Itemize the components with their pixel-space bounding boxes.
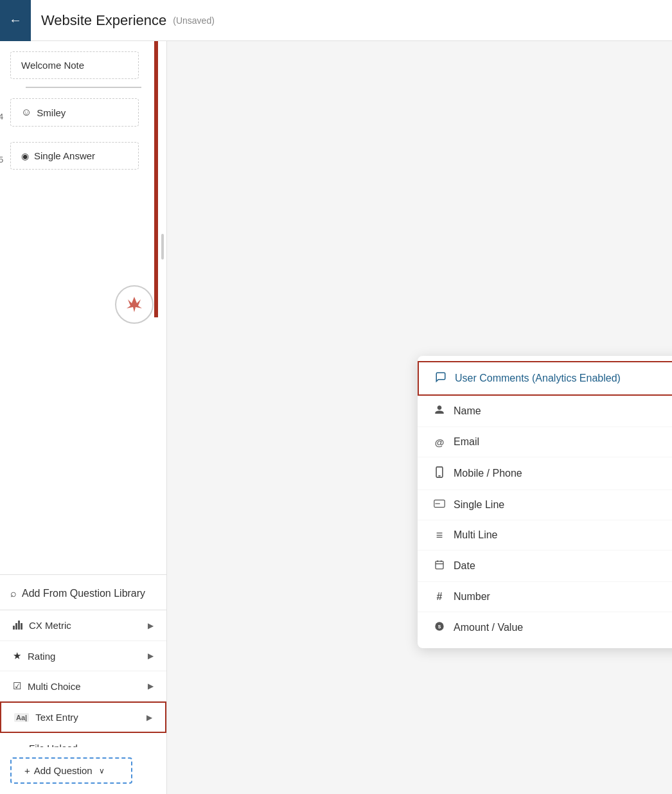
add-from-library-section: ⌕ Add From Question Library: [0, 574, 166, 610]
back-icon: ←: [9, 13, 22, 28]
cx-metric-arrow: ▶: [148, 621, 154, 630]
text-entry-label: Text Entry: [35, 712, 78, 723]
plus-icon: +: [24, 765, 30, 776]
single-answer-card[interactable]: ◉ Single Answer: [10, 142, 139, 170]
submenu-multi-line[interactable]: ≡ Multi Line: [418, 520, 672, 551]
smiley-icon: ☺: [21, 107, 31, 118]
amount-value-label: Amount / Value: [454, 622, 523, 633]
submenu-mobile-phone[interactable]: Mobile / Phone: [418, 457, 672, 490]
add-from-library-button[interactable]: ⌕ Add From Question Library: [10, 583, 156, 604]
watermark-logo: [115, 285, 154, 324]
name-icon: [433, 405, 446, 418]
date-label: Date: [454, 560, 475, 572]
submenu-single-line[interactable]: Single Line: [418, 490, 672, 520]
multi-line-label: Multi Line: [454, 529, 497, 541]
email-label: Email: [454, 436, 479, 448]
item5-number: 5: [0, 155, 3, 164]
survey-items-area: Welcome Note 4 ☺ Smiley 5 ◉ Single Answe…: [0, 41, 166, 574]
user-comments-label: User Comments (Analytics Enabled): [455, 373, 621, 384]
submenu-date[interactable]: Date: [418, 551, 672, 582]
rating-label: Rating: [28, 651, 55, 662]
smiley-card[interactable]: ☺ Smiley: [10, 98, 139, 127]
add-from-library-label: Add From Question Library: [22, 588, 145, 599]
submenu-amount-value[interactable]: $ Amount / Value: [418, 612, 672, 643]
cx-metric-icon: [13, 619, 22, 631]
submenu-panel: User Comments (Analytics Enabled) Name @…: [418, 356, 672, 648]
number-label: Number: [454, 591, 490, 603]
category-rating[interactable]: ★ Rating ▶: [0, 641, 166, 671]
progress-bar: [154, 41, 158, 317]
category-multi-choice[interactable]: ☑ Multi Choice ▶: [0, 671, 166, 701]
welcome-note-card[interactable]: Welcome Note: [10, 51, 139, 79]
number-icon: #: [433, 591, 446, 603]
add-question-label: Add Question: [34, 765, 93, 776]
cx-metric-label: CX Metric: [29, 620, 71, 631]
back-button[interactable]: ←: [0, 0, 31, 41]
amount-icon: $: [433, 621, 446, 634]
email-icon: @: [433, 437, 446, 448]
search-icon: ⌕: [10, 588, 17, 599]
svg-rect-4: [436, 561, 443, 569]
multi-line-icon: ≡: [433, 529, 446, 541]
single-line-icon: [433, 499, 446, 511]
add-question-button[interactable]: + Add Question ∨: [10, 757, 132, 784]
submenu-user-comments[interactable]: User Comments (Analytics Enabled): [418, 361, 672, 396]
single-answer-label: Single Answer: [34, 150, 95, 161]
mobile-phone-label: Mobile / Phone: [454, 468, 522, 479]
text-entry-arrow: ▶: [146, 713, 152, 722]
left-panel: Welcome Note 4 ☺ Smiley 5 ◉ Single Answe…: [0, 41, 167, 794]
welcome-note-label: Welcome Note: [21, 60, 84, 71]
date-icon: [433, 560, 446, 572]
dropdown-icon: ∨: [99, 766, 105, 775]
text-entry-icon: Aa|: [14, 713, 29, 722]
rating-arrow: ▶: [148, 651, 154, 660]
user-comments-icon: [434, 371, 447, 385]
phone-icon: [433, 466, 446, 481]
radio-icon: ◉: [21, 151, 29, 161]
svg-text:$: $: [438, 624, 441, 630]
page-status: (Unsaved): [173, 15, 215, 26]
add-question-area: + Add Question ∨: [0, 747, 166, 794]
multi-choice-icon: ☑: [13, 680, 21, 692]
multi-choice-label: Multi Choice: [28, 681, 81, 692]
right-content: User Comments (Analytics Enabled) Name @…: [167, 41, 672, 794]
name-label: Name: [454, 405, 481, 417]
multi-choice-arrow: ▶: [148, 682, 154, 691]
item4-number: 4: [0, 112, 3, 121]
bars-icon: [13, 619, 22, 630]
submenu-number[interactable]: # Number: [418, 582, 672, 612]
submenu-name[interactable]: Name: [418, 396, 672, 427]
card-divider: [26, 87, 141, 88]
smiley-label: Smiley: [37, 107, 66, 118]
main-content: Welcome Note 4 ☺ Smiley 5 ◉ Single Answe…: [0, 41, 672, 794]
header: ← Website Experience (Unsaved): [0, 0, 672, 41]
category-text-entry[interactable]: Aa| Text Entry ▶: [0, 701, 166, 733]
single-line-label: Single Line: [454, 499, 504, 511]
page-title: Website Experience: [41, 12, 166, 29]
submenu-email[interactable]: @ Email: [418, 427, 672, 457]
category-cx-metric[interactable]: CX Metric ▶: [0, 610, 166, 641]
scrollbar[interactable]: [161, 234, 164, 260]
rating-icon: ★: [13, 650, 21, 662]
